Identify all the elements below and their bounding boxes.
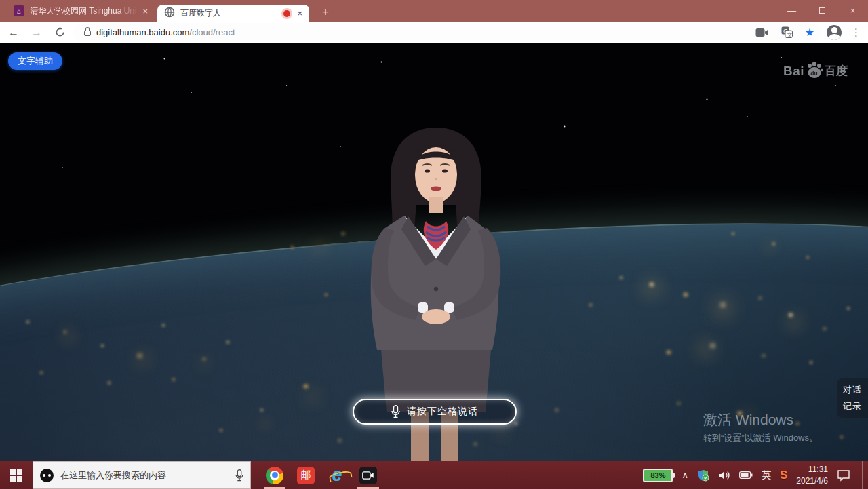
start-button[interactable] — [0, 461, 33, 489]
push-to-talk-button[interactable]: 请按下空格说话 — [353, 399, 517, 425]
tray-chevron-up-icon[interactable]: ∧ — [682, 470, 688, 480]
taskbar-search-box[interactable]: 在这里输入你要搜索的内容 — [33, 461, 251, 489]
omnibox-actions: G文 ★ — [755, 26, 814, 39]
dialog-tab[interactable]: 对话 — [843, 384, 862, 396]
recording-indicator-icon — [283, 10, 290, 17]
tab-close-icon[interactable]: × — [297, 8, 302, 18]
internet-explorer-icon: e — [332, 466, 342, 484]
city-lights — [0, 43, 1, 44]
action-center-icon[interactable] — [837, 469, 850, 482]
translate-icon[interactable]: G文 — [781, 26, 793, 38]
forward-icon[interactable]: → — [27, 23, 46, 42]
windows-logo-icon — [10, 469, 22, 482]
activate-windows-watermark: 激活 Windows 转到“设置”以激活 Windows。 — [703, 410, 818, 444]
close-button[interactable]: × — [837, 0, 868, 20]
browser-titlebar: ⌂ 清华大学校园网 Tsinghua Univ × 百度数字人 × + — × — [0, 0, 868, 22]
watermark-line2: 转到“设置”以激活 Windows。 — [703, 432, 818, 444]
screen: ⌂ 清华大学校园网 Tsinghua Univ × 百度数字人 × + — × … — [0, 0, 868, 489]
text-assist-button[interactable]: 文字辅助 — [8, 52, 62, 70]
baidu-logo: Bai du 百度 — [783, 61, 848, 79]
window-controls: — × — [776, 0, 868, 20]
dialog-record-panel[interactable]: 对话 记录 — [837, 378, 868, 418]
system-tray: 83% ∧ 英 S 11:31 2021/4/6 — [643, 461, 868, 489]
microphone-icon — [391, 405, 400, 418]
tab-title: 清华大学校园网 Tsinghua Univ — [30, 5, 137, 17]
url-host: digitalhuman.baidu.com — [96, 27, 189, 37]
baidu-paw-icon: du — [806, 61, 823, 79]
starfield — [1, 45, 2, 45]
taskbar-mail-button[interactable]: 邮 — [290, 461, 321, 489]
search-mic-icon[interactable] — [235, 469, 243, 482]
sogou-input-icon[interactable]: S — [780, 469, 787, 482]
tab-tsinghua[interactable]: ⌂ 清华大学校园网 Tsinghua Univ × — [7, 0, 155, 22]
page-viewport: 文字辅助 Bai du 百度 请按下空格说话 对话 记录 激活 Windows … — [0, 43, 868, 461]
svg-text:du: du — [810, 70, 817, 77]
maximize-icon — [819, 7, 825, 14]
address-bar[interactable]: digitalhuman.baidu.com/cloud/react G文 ★ — [73, 23, 821, 42]
chrome-icon — [266, 467, 283, 484]
defender-shield-icon[interactable] — [697, 469, 709, 482]
back-icon[interactable]: ← — [4, 23, 23, 42]
video-camera-icon — [359, 467, 377, 484]
browser-toolbar: ← → digitalhuman.baidu.com/cloud/react G… — [0, 22, 868, 43]
url-path: /cloud/react — [189, 27, 235, 37]
cortana-icon — [40, 469, 54, 482]
url-text[interactable]: digitalhuman.baidu.com/cloud/react — [96, 27, 235, 37]
taskbar-camera-button[interactable] — [353, 461, 384, 489]
record-tab[interactable]: 记录 — [843, 400, 862, 412]
tab-title: 百度数字人 — [180, 7, 221, 19]
taskbar-clock[interactable]: 11:31 2021/4/6 — [796, 464, 828, 486]
language-indicator[interactable]: 英 — [762, 469, 771, 482]
tab-digital-human[interactable]: 百度数字人 × — [157, 5, 309, 22]
new-tab-button[interactable]: + — [317, 4, 334, 20]
speaker-icon[interactable] — [718, 470, 730, 481]
minimize-button[interactable]: — — [776, 0, 807, 20]
bookmark-star-icon[interactable]: ★ — [805, 26, 814, 39]
baidu-logo-cn: 百度 — [825, 63, 848, 79]
battery-percent-widget[interactable]: 83% — [643, 469, 673, 482]
taskbar-chrome-button[interactable] — [259, 461, 290, 489]
mail-icon: 邮 — [297, 467, 315, 484]
maximize-button[interactable] — [807, 0, 837, 20]
profile-avatar[interactable] — [827, 25, 842, 40]
push-to-talk-label: 请按下空格说话 — [407, 406, 478, 418]
tray-battery-icon[interactable] — [739, 471, 753, 479]
camera-icon[interactable] — [755, 28, 769, 37]
search-placeholder-text: 在这里输入你要搜索的内容 — [60, 469, 229, 482]
globe-favicon-icon — [164, 7, 175, 20]
reload-icon[interactable] — [50, 23, 69, 42]
lock-icon — [84, 31, 91, 36]
baidu-logo-bai: Bai — [783, 64, 804, 79]
windows-taskbar: 在这里输入你要搜索的内容 邮 e 83% ∧ — [0, 461, 868, 489]
taskbar-ie-button[interactable]: e — [321, 461, 353, 489]
watermark-line1: 激活 Windows — [703, 410, 818, 429]
tsinghua-favicon-icon: ⌂ — [14, 5, 24, 16]
clock-date: 2021/4/6 — [796, 475, 828, 486]
browser-menu-icon[interactable]: ⋮ — [851, 26, 861, 39]
svg-text:文: 文 — [787, 32, 792, 38]
show-desktop-divider[interactable] — [862, 461, 863, 489]
clock-time: 11:31 — [796, 464, 828, 475]
tab-close-icon[interactable]: × — [142, 6, 148, 16]
